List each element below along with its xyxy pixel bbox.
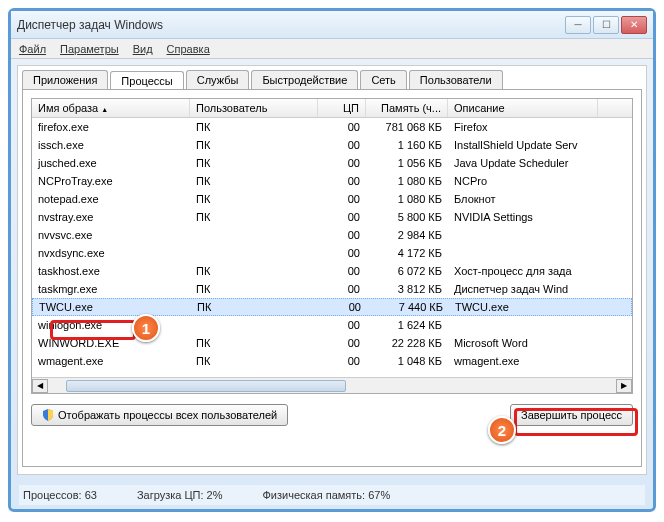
cell-cpu: 00 bbox=[318, 355, 366, 367]
cell-cpu: 00 bbox=[318, 337, 366, 349]
cell-image: firefox.exe bbox=[32, 121, 190, 133]
cell-image: taskmgr.exe bbox=[32, 283, 190, 295]
show-all-users-button[interactable]: Отображать процессы всех пользователей bbox=[31, 404, 288, 426]
table-row[interactable]: NCProTray.exeПК001 080 КБNCPro bbox=[32, 172, 632, 190]
cell-cpu: 00 bbox=[318, 175, 366, 187]
cell-image: notepad.exe bbox=[32, 193, 190, 205]
col-cpu[interactable]: ЦП bbox=[318, 99, 366, 117]
cell-image: winlogon.exe bbox=[32, 319, 190, 331]
cell-cpu: 00 bbox=[318, 211, 366, 223]
minimize-button[interactable]: ─ bbox=[565, 16, 591, 34]
annotation-1: 1 bbox=[132, 314, 160, 342]
cell-image: jusched.exe bbox=[32, 157, 190, 169]
cell-memory: 5 800 КБ bbox=[366, 211, 448, 223]
cell-memory: 1 080 КБ bbox=[366, 175, 448, 187]
table-row[interactable]: wmagent.exeПК001 048 КБwmagent.exe bbox=[32, 352, 632, 370]
statusbar: Процессов: 63 Загрузка ЦП: 2% Физическая… bbox=[19, 485, 645, 505]
table-row[interactable]: TWCU.exeПК007 440 КБTWCU.exe bbox=[32, 298, 632, 316]
cell-memory: 22 228 КБ bbox=[366, 337, 448, 349]
tab-performance[interactable]: Быстродействие bbox=[251, 70, 358, 89]
cell-cpu: 00 bbox=[318, 229, 366, 241]
cell-image: nvvsvc.exe bbox=[32, 229, 190, 241]
cell-description: Диспетчер задач Wind bbox=[448, 283, 598, 295]
col-user[interactable]: Пользователь bbox=[190, 99, 318, 117]
col-description[interactable]: Описание bbox=[448, 99, 598, 117]
cell-image: TWCU.exe bbox=[33, 301, 191, 313]
cell-cpu: 00 bbox=[318, 265, 366, 277]
maximize-button[interactable]: ☐ bbox=[593, 16, 619, 34]
end-process-label: Завершить процесс bbox=[521, 409, 622, 421]
tab-services[interactable]: Службы bbox=[186, 70, 250, 89]
scroll-right-icon[interactable]: ▶ bbox=[616, 379, 632, 393]
col-memory[interactable]: Память (ч... bbox=[366, 99, 448, 117]
menu-file[interactable]: Файл bbox=[19, 43, 46, 55]
tab-networking[interactable]: Сеть bbox=[360, 70, 406, 89]
cell-memory: 6 072 КБ bbox=[366, 265, 448, 277]
cell-user: ПК bbox=[190, 175, 318, 187]
window-title: Диспетчер задач Windows bbox=[17, 18, 565, 32]
annotation-2: 2 bbox=[488, 416, 516, 444]
cell-user: ПК bbox=[190, 193, 318, 205]
cell-image: nvstray.exe bbox=[32, 211, 190, 223]
tab-applications[interactable]: Приложения bbox=[22, 70, 108, 89]
show-all-users-label: Отображать процессы всех пользователей bbox=[58, 409, 277, 421]
cell-cpu: 00 bbox=[318, 139, 366, 151]
horizontal-scrollbar[interactable]: ◀ ▶ bbox=[32, 377, 632, 393]
cell-cpu: 00 bbox=[318, 283, 366, 295]
table-row[interactable]: issch.exeПК001 160 КБInstallShield Updat… bbox=[32, 136, 632, 154]
cell-cpu: 00 bbox=[318, 157, 366, 169]
cell-user: ПК bbox=[190, 355, 318, 367]
table-row[interactable]: nvstray.exeПК005 800 КБNVIDIA Settings bbox=[32, 208, 632, 226]
cell-image: issch.exe bbox=[32, 139, 190, 151]
cell-user: ПК bbox=[190, 283, 318, 295]
table-row[interactable]: nvxdsync.exe004 172 КБ bbox=[32, 244, 632, 262]
tab-processes[interactable]: Процессы bbox=[110, 71, 183, 90]
cell-user: ПК bbox=[190, 157, 318, 169]
col-image[interactable]: Имя образа▲ bbox=[32, 99, 190, 117]
status-processes: Процессов: 63 bbox=[23, 489, 97, 501]
cell-cpu: 00 bbox=[318, 121, 366, 133]
cell-cpu: 00 bbox=[318, 319, 366, 331]
scroll-thumb[interactable] bbox=[66, 380, 346, 392]
table-row[interactable]: jusched.exeПК001 056 КБJava Update Sched… bbox=[32, 154, 632, 172]
table-row[interactable]: taskmgr.exeПК003 812 КБДиспетчер задач W… bbox=[32, 280, 632, 298]
titlebar: Диспетчер задач Windows ─ ☐ ✕ bbox=[11, 11, 653, 39]
end-process-button[interactable]: Завершить процесс bbox=[510, 404, 633, 426]
table-row[interactable]: firefox.exeПК00781 068 КБFirefox bbox=[32, 118, 632, 136]
cell-description: NCPro bbox=[448, 175, 598, 187]
cell-memory: 1 080 КБ bbox=[366, 193, 448, 205]
cell-memory: 1 624 КБ bbox=[366, 319, 448, 331]
status-memory: Физическая память: 67% bbox=[262, 489, 390, 501]
cell-description: InstallShield Update Serv bbox=[448, 139, 598, 151]
cell-memory: 1 056 КБ bbox=[366, 157, 448, 169]
cell-memory: 781 068 КБ bbox=[366, 121, 448, 133]
cell-user: ПК bbox=[190, 121, 318, 133]
cell-image: NCProTray.exe bbox=[32, 175, 190, 187]
process-list[interactable]: Имя образа▲ Пользователь ЦП Память (ч...… bbox=[31, 98, 633, 394]
scroll-left-icon[interactable]: ◀ bbox=[32, 379, 48, 393]
close-button[interactable]: ✕ bbox=[621, 16, 647, 34]
cell-cpu: 00 bbox=[318, 193, 366, 205]
menu-options[interactable]: Параметры bbox=[60, 43, 119, 55]
cell-description: TWCU.exe bbox=[449, 301, 599, 313]
cell-image: wmagent.exe bbox=[32, 355, 190, 367]
cell-description: Microsoft Word bbox=[448, 337, 598, 349]
table-row[interactable]: notepad.exeПК001 080 КББлокнот bbox=[32, 190, 632, 208]
table-row[interactable]: taskhost.exeПК006 072 КБХост-процесс для… bbox=[32, 262, 632, 280]
menu-view[interactable]: Вид bbox=[133, 43, 153, 55]
cell-description: NVIDIA Settings bbox=[448, 211, 598, 223]
cell-memory: 7 440 КБ bbox=[367, 301, 449, 313]
menu-help[interactable]: Справка bbox=[167, 43, 210, 55]
table-row[interactable]: nvvsvc.exe002 984 КБ bbox=[32, 226, 632, 244]
cell-memory: 2 984 КБ bbox=[366, 229, 448, 241]
cell-memory: 1 160 КБ bbox=[366, 139, 448, 151]
cell-user: ПК bbox=[191, 301, 319, 313]
cell-memory: 1 048 КБ bbox=[366, 355, 448, 367]
menubar: Файл Параметры Вид Справка bbox=[11, 39, 653, 59]
cell-description: Java Update Scheduler bbox=[448, 157, 598, 169]
cell-user: ПК bbox=[190, 265, 318, 277]
table-row[interactable]: WINWORD.EXEПК0022 228 КБMicrosoft Word bbox=[32, 334, 632, 352]
table-row[interactable]: winlogon.exe001 624 КБ bbox=[32, 316, 632, 334]
tab-users[interactable]: Пользователи bbox=[409, 70, 503, 89]
cell-cpu: 00 bbox=[319, 301, 367, 313]
